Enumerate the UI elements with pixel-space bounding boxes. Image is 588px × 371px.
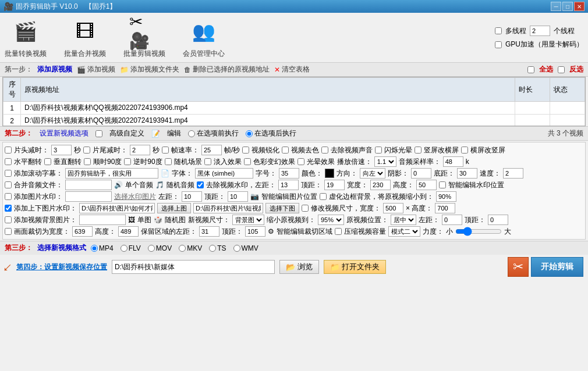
- wm-top-input[interactable]: [324, 180, 345, 190]
- add-image-checkbox[interactable]: [5, 193, 12, 200]
- font-input[interactable]: [195, 168, 253, 179]
- force-slider[interactable]: [455, 227, 502, 236]
- before-option-label[interactable]: 在选项前执行: [197, 129, 239, 138]
- add-top-image-input[interactable]: [79, 203, 155, 213]
- hflip-label[interactable]: 水平翻转: [14, 157, 42, 167]
- playback-select[interactable]: 1.1: [374, 156, 396, 167]
- compress-checkbox[interactable]: [335, 228, 342, 235]
- subtitle-input[interactable]: [65, 168, 158, 179]
- virtual-bg-checkbox[interactable]: [320, 193, 327, 200]
- maximize-button[interactable]: □: [562, 2, 573, 11]
- modify-height-input[interactable]: [435, 203, 455, 213]
- remove-watermark-checkbox[interactable]: [197, 181, 204, 188]
- merge-audio-checkbox[interactable]: [5, 181, 12, 188]
- add-top-image-checkbox[interactable]: [5, 205, 12, 212]
- keep-left-input[interactable]: [199, 226, 219, 237]
- advanced-label[interactable]: 高级自定义: [109, 129, 144, 138]
- rotate90-checkbox[interactable]: [84, 158, 91, 165]
- smart-watermark-checkbox[interactable]: [439, 181, 446, 188]
- format-mkv[interactable]: MKV: [179, 244, 202, 252]
- left-dist-input[interactable]: [442, 215, 462, 225]
- color-effect-checkbox[interactable]: [244, 158, 251, 165]
- new-effect-label[interactable]: 淡入效果: [214, 157, 242, 167]
- direction-select[interactable]: 向左: [360, 168, 385, 179]
- new-video-size-select[interactable]: 背景图: [232, 215, 264, 225]
- shadow-input[interactable]: [411, 168, 431, 179]
- keep-top-input[interactable]: [245, 226, 265, 237]
- sharpen-label[interactable]: 视频锐化: [252, 145, 279, 155]
- invert-select-label[interactable]: 反选: [569, 65, 583, 74]
- minimize-button[interactable]: ─: [551, 2, 561, 11]
- batch-merge-button[interactable]: 🎞 批量合并视频: [64, 16, 106, 59]
- landscape-checkbox[interactable]: [461, 147, 468, 154]
- batch-edit-button[interactable]: ✂🎥 批量剪辑视频: [123, 16, 165, 59]
- virtual-bg-input[interactable]: [436, 191, 456, 202]
- hflip-checkbox[interactable]: [5, 158, 12, 165]
- format-flv[interactable]: FLV: [121, 244, 141, 252]
- add-video-button[interactable]: 🎬 添加视频: [77, 65, 115, 74]
- portrait-label[interactable]: 竖屏改横屏: [424, 145, 459, 155]
- bottom-input[interactable]: [457, 168, 477, 179]
- sample-rate-input[interactable]: [443, 156, 463, 167]
- flash-checkbox[interactable]: [375, 147, 382, 154]
- select-all-label[interactable]: 全选: [539, 65, 553, 74]
- advanced-checkbox[interactable]: [95, 130, 102, 137]
- cut-tail-checkbox[interactable]: [83, 147, 90, 154]
- color-effect-label[interactable]: 色彩变幻效果: [253, 157, 295, 167]
- invert-select-checkbox[interactable]: [558, 66, 565, 73]
- add-folder-button[interactable]: 📁 添加视频文件夹: [120, 65, 179, 74]
- gpu-label[interactable]: GPU加速（用显卡解码）: [505, 40, 583, 49]
- save-path-input[interactable]: [112, 260, 275, 274]
- delete-selected-button[interactable]: 🗑 删除已选择的原视频地址: [184, 65, 270, 74]
- size-input[interactable]: [279, 168, 299, 179]
- crop-checkbox[interactable]: [5, 228, 12, 235]
- smart-watermark-label[interactable]: 智能编辑水印位置: [448, 180, 504, 190]
- shrink-select[interactable]: 95%: [318, 215, 344, 225]
- frame-rate-checkbox[interactable]: [162, 147, 169, 154]
- select-image-label[interactable]: 选择水印图片: [114, 192, 156, 202]
- remove-audio-label[interactable]: 去除视频声音: [331, 145, 373, 155]
- smart-crop-label[interactable]: 智能编辑裁切区域: [277, 227, 332, 237]
- speed-input[interactable]: [503, 168, 523, 179]
- top-image-path-input[interactable]: [193, 203, 263, 213]
- add-image-input[interactable]: [65, 191, 112, 202]
- table-row[interactable]: 2 D:\固乔科技\视频素材\QQ视频20220724193941.mp4: [3, 115, 585, 127]
- start-edit-button[interactable]: 开始剪辑: [531, 257, 583, 277]
- format-mp4[interactable]: MP4: [91, 244, 114, 252]
- format-wmv[interactable]: WMV: [233, 244, 258, 252]
- batch-convert-button[interactable]: 🎬 批量转换视频: [5, 16, 47, 59]
- crop-width-input[interactable]: [72, 226, 93, 237]
- wm-height-input[interactable]: [416, 180, 437, 190]
- table-row[interactable]: 1 D:\固乔科技\视频素材\QQ视频20220724193906.mp4: [3, 102, 585, 115]
- smart-image-label[interactable]: 智能编辑图片位置: [261, 192, 317, 202]
- top-dist-input[interactable]: [488, 215, 508, 225]
- new-effect-checkbox[interactable]: [204, 158, 211, 165]
- cut-tail-input[interactable]: [130, 145, 150, 155]
- single-label[interactable]: 单图: [137, 215, 151, 225]
- modify-size-checkbox[interactable]: [302, 205, 309, 212]
- single-audio-label[interactable]: 单个音频: [125, 180, 153, 190]
- light-effect-checkbox[interactable]: [297, 158, 304, 165]
- select-top-button[interactable]: 选择上图: [157, 203, 191, 213]
- mode-select[interactable]: 模式二: [388, 226, 420, 237]
- random-bg-label[interactable]: 随机图: [165, 215, 186, 225]
- select-all-checkbox[interactable]: [527, 66, 534, 73]
- portrait-checkbox[interactable]: [415, 147, 421, 154]
- after-option-radio[interactable]: [246, 130, 253, 137]
- gpu-checkbox[interactable]: [495, 41, 502, 48]
- rotate90-label[interactable]: 顺时90度: [93, 157, 122, 167]
- img-top-input[interactable]: [228, 191, 248, 202]
- add-bg-input[interactable]: [79, 215, 126, 225]
- rotate90r-checkbox[interactable]: [124, 158, 131, 165]
- after-option-label[interactable]: 在选项后执行: [254, 129, 296, 138]
- vflip-checkbox[interactable]: [44, 158, 51, 165]
- add-bg-checkbox[interactable]: [5, 216, 12, 223]
- format-ts[interactable]: TS: [209, 244, 226, 252]
- landscape-label[interactable]: 横屏改竖屏: [470, 145, 505, 155]
- position-select[interactable]: 居中: [391, 215, 416, 225]
- before-option-radio[interactable]: [188, 130, 195, 137]
- vflip-label[interactable]: 垂直翻转: [54, 157, 82, 167]
- compress-label[interactable]: 压缩视频容量: [344, 227, 386, 237]
- random-audio-label[interactable]: 随机音频: [167, 180, 194, 190]
- light-effect-label[interactable]: 光晕效果: [307, 157, 335, 167]
